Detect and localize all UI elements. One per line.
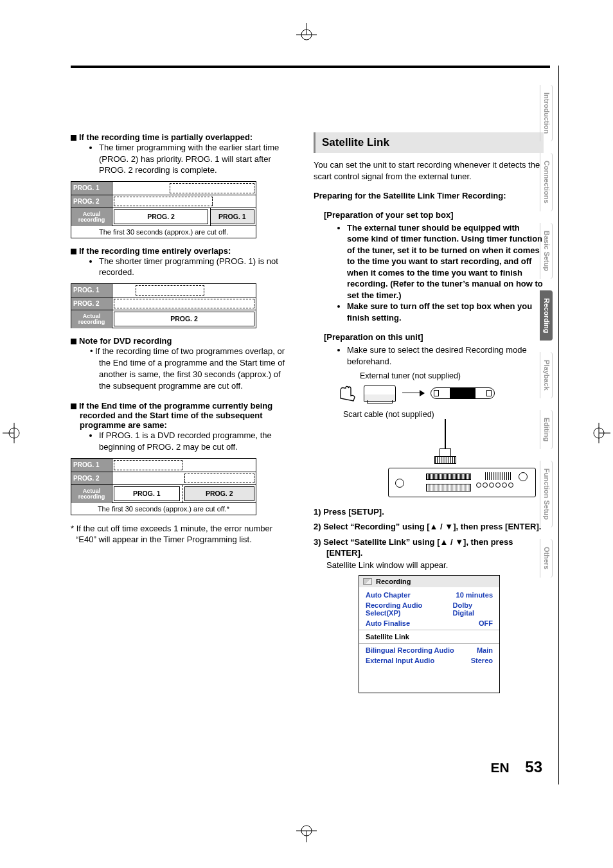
note-dvd-text: • If the recording time of two programme… xyxy=(99,346,294,393)
step-3: 3) Select “Satellite Link” using [▲ / ▼]… xyxy=(314,536,544,559)
side-tabs: Introduction Connections Basic Setup Rec… xyxy=(540,85,553,578)
tuner-icon xyxy=(364,385,396,402)
prep-settopbox-list: The external tuner should be equipped wi… xyxy=(347,222,544,324)
diagram-bar: PROG. 2 xyxy=(114,312,254,326)
intro-text: You can set the unit to start recording … xyxy=(314,159,544,182)
left-column: If the recording time is partially overl… xyxy=(71,132,294,693)
arrow-right-icon xyxy=(402,393,424,393)
recorder-unit-icon xyxy=(388,468,536,497)
menu-row: Bilingual Recording AudioMain xyxy=(359,645,499,655)
square-bullet-icon xyxy=(71,135,76,141)
menu-row: Auto FinaliseOFF xyxy=(359,618,499,628)
diagram-row-label: Actualrecording xyxy=(71,485,112,503)
footer-lang: EN xyxy=(490,760,509,775)
tab-connections[interactable]: Connections xyxy=(540,153,553,211)
diagram-bar: PROG. 1 xyxy=(210,209,254,224)
illus-label-scart: Scart cable (not supplied) xyxy=(343,410,544,419)
menu-header: Recording xyxy=(359,576,499,587)
bullet-partial-overlap: The timer programming with the earlier s… xyxy=(99,142,294,176)
diagram-footer: The first 30 seconds (approx.) are cut o… xyxy=(71,226,256,238)
cartridge-icon xyxy=(431,387,495,399)
tab-basic-setup[interactable]: Basic Setup xyxy=(540,223,553,279)
text: Make sure to turn off the set top box wh… xyxy=(347,301,544,323)
square-bullet-icon xyxy=(71,249,76,254)
hand-icon xyxy=(337,383,357,403)
diagram-bar: PROG. 2 xyxy=(114,209,208,224)
diagram-row-label: PROG. 2 xyxy=(71,297,112,310)
steps-list: 1) Press [SETUP]. 2) Select “Recording” … xyxy=(314,506,544,559)
diagram-bar: PROG. 1 xyxy=(114,486,180,501)
prep-unit-list: Make sure to select the desired Recordin… xyxy=(347,344,544,367)
crop-mark-left xyxy=(3,414,21,455)
tab-playback[interactable]: Playback xyxy=(540,352,553,398)
cable-line xyxy=(445,419,446,448)
diagram-row-label: PROG. 1 xyxy=(71,284,112,297)
page-content: If the recording time is partially overl… xyxy=(71,66,550,693)
text: If PROG. 1 is a DVD recorded programme, … xyxy=(99,430,294,452)
prep-settopbox-head: [Preparation of your set top box] xyxy=(324,210,544,220)
page-footer: EN 53 xyxy=(490,758,542,776)
bullet-full-overlap: The shorter timer programming (PROG. 1) … xyxy=(99,256,294,278)
menu-row: Auto Chapter10 minutes xyxy=(359,590,499,600)
tab-others[interactable]: Others xyxy=(540,539,553,577)
footnote-e40: * If the cut off time exceeds 1 minute, … xyxy=(71,523,294,545)
illus-label-tuner: External tuner (not supplied) xyxy=(360,371,544,380)
crop-mark-top xyxy=(287,23,326,41)
square-bullet-icon xyxy=(71,403,76,409)
square-bullet-icon xyxy=(71,339,76,344)
tab-introduction[interactable]: Introduction xyxy=(540,85,553,141)
right-margin-rule xyxy=(558,66,559,784)
crop-mark-bottom xyxy=(287,824,326,845)
menu-row: External Input AudioStereo xyxy=(359,655,499,666)
menu-header-label: Recording xyxy=(376,578,411,585)
diagram-bar: PROG. 2 xyxy=(184,486,255,501)
diagram-endtime-same: PROG. 1 PROG. 2 Actualrecording PROG. 1 … xyxy=(71,458,256,515)
header-rule xyxy=(71,66,550,68)
text: Make sure to select the desired Recordin… xyxy=(347,344,544,367)
footer-page-number: 53 xyxy=(525,758,542,775)
diagram-row-label: PROG. 2 xyxy=(71,472,112,484)
heading-full-overlap: If the recording time entirely overlaps: xyxy=(80,246,294,256)
tab-recording[interactable]: Recording xyxy=(540,290,553,341)
diagram-row-label: PROG. 1 xyxy=(71,182,112,195)
diagram-row-label: Actualrecording xyxy=(71,208,112,226)
connection-illustration: External tuner (not supplied) Scart cabl… xyxy=(337,371,544,497)
recording-menu: Recording Auto Chapter10 minutes Recordi… xyxy=(359,575,500,693)
right-column: Satellite Link You can set the unit to s… xyxy=(314,132,544,693)
step-2: 2) Select “Recording” using [▲ / ▼], the… xyxy=(314,521,544,533)
diagram-footer: The first 30 seconds (approx.) are cut o… xyxy=(71,502,256,515)
prep-unit-head: [Preparation on this unit] xyxy=(324,332,544,342)
menu-row: Recording Audio Select(XP)Dolby Digital xyxy=(359,600,499,618)
heading-endtime-same: If the End time of the programme current… xyxy=(80,401,294,430)
diagram-partial-overlap: PROG. 1 PROG. 2 Actualrecording PROG. 2 … xyxy=(71,181,256,238)
prep-title: Preparing for the Satellite Link Timer R… xyxy=(314,190,544,202)
text: The timer programming with the earlier s… xyxy=(99,142,294,176)
tab-function-setup[interactable]: Function Setup xyxy=(540,461,553,527)
scart-plug-icon xyxy=(432,448,458,464)
diagram-row-label: PROG. 1 xyxy=(71,459,112,472)
bullet-endtime-same: If PROG. 1 is a DVD recorded programme, … xyxy=(99,430,294,452)
heading-note-dvd: Note for DVD recording xyxy=(80,336,294,346)
heading-partial-overlap: If the recording time is partially overl… xyxy=(80,132,294,142)
diagram-row-label: Actualrecording xyxy=(71,310,112,328)
tab-editing[interactable]: Editing xyxy=(540,410,553,449)
crop-mark-right xyxy=(592,414,610,455)
section-title-satellite-link: Satellite Link xyxy=(314,132,544,153)
text: The shorter timer programming (PROG. 1) … xyxy=(99,256,294,278)
diagram-full-overlap: PROG. 1 PROG. 2 Actualrecording PROG. 2 xyxy=(71,283,256,328)
text: The external tuner should be equipped wi… xyxy=(347,222,544,301)
step-3-sub: Satellite Link window will appear. xyxy=(326,560,544,570)
menu-row-selected: Satellite Link xyxy=(359,632,499,642)
step-1: 1) Press [SETUP]. xyxy=(314,506,544,518)
menu-header-icon xyxy=(363,578,372,585)
diagram-row-label: PROG. 2 xyxy=(71,195,112,208)
